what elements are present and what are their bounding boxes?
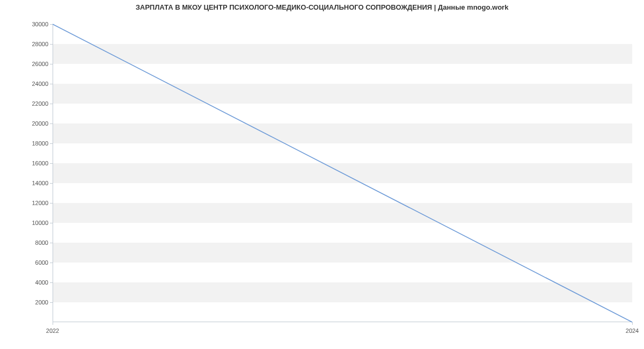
x-tick [632, 322, 633, 325]
y-tick-label: 18000 [5, 140, 48, 147]
y-tick [50, 44, 53, 45]
y-tick-label: 16000 [5, 160, 48, 166]
y-tick-label: 12000 [5, 200, 48, 206]
chart-container: ЗАРПЛАТА В МКОУ ЦЕНТР ПСИХОЛОГО-МЕДИКО-С… [0, 0, 644, 349]
y-tick [50, 24, 53, 25]
y-tick [50, 84, 53, 84]
y-tick [50, 64, 53, 64]
y-tick-label: 24000 [5, 81, 48, 87]
y-tick [50, 282, 53, 283]
y-tick-label: 30000 [5, 21, 48, 27]
y-tick [50, 243, 53, 243]
chart-title: ЗАРПЛАТА В МКОУ ЦЕНТР ПСИХОЛОГО-МЕДИКО-С… [0, 3, 644, 11]
plot-area: 20222024 [53, 24, 632, 322]
y-tick [50, 263, 53, 263]
y-tick [50, 163, 53, 164]
x-tick-label: 2022 [46, 328, 59, 334]
y-tick-label: 4000 [5, 279, 48, 286]
y-tick [50, 143, 53, 144]
y-tick-label: 20000 [5, 120, 48, 127]
y-tick [50, 302, 53, 303]
y-tick [50, 104, 53, 104]
y-tick-label: 14000 [5, 180, 48, 186]
y-tick-label: 28000 [5, 41, 48, 47]
y-tick [50, 183, 53, 184]
x-tick-label: 2024 [626, 328, 639, 334]
line-series [53, 24, 632, 322]
y-tick [50, 203, 53, 203]
y-tick-label: 8000 [5, 239, 48, 246]
y-tick [50, 223, 53, 223]
y-tick-label: 6000 [5, 259, 48, 266]
y-tick-label: 22000 [5, 100, 48, 107]
y-tick-label: 2000 [5, 299, 48, 306]
y-tick [50, 123, 53, 124]
y-tick-label: 10000 [5, 220, 48, 226]
y-tick-label: 26000 [5, 61, 48, 67]
x-tick [53, 322, 53, 325]
